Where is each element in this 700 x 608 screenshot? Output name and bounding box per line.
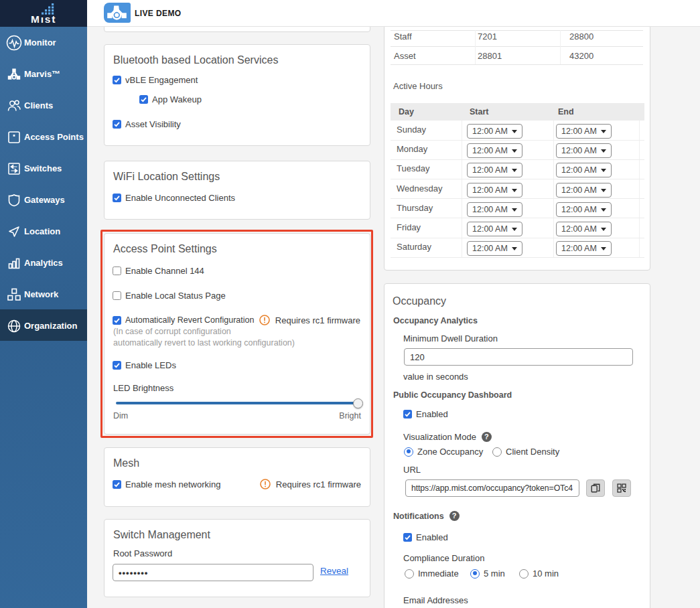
svg-text:Mıst: Mıst — [31, 13, 56, 25]
